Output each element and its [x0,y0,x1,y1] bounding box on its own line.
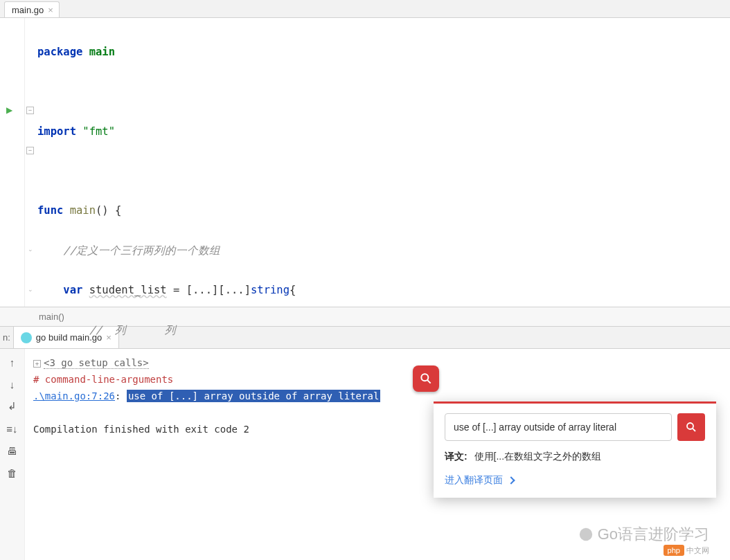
keyword-func: func [37,204,63,217]
console-toolbar: ↑ ↓ ↲ ≡↓ 🖶 🗑 [0,349,25,560]
arrow-up-icon[interactable]: ↑ [6,356,19,368]
editor-tab-main-go[interactable]: main.go × [4,1,60,17]
import-path: "fmt" [82,125,115,138]
print-icon[interactable]: 🖶 [6,444,19,457]
watermark-badge: php 中文网 [664,545,709,556]
translation-label: 译文: [445,451,470,462]
code-editor[interactable]: ▶ − − ⌄ ⌄ package main import "fmt" func… [0,18,730,307]
fold-toggle-icon[interactable]: − [26,107,34,114]
error-location-link[interactable]: .\main.go:7:26 [33,390,115,401]
line-number-gutter: ▶ [0,18,25,307]
translation-link-text: 进入翻译页面 [445,474,503,487]
svg-point-4 [579,528,591,541]
comment: // 列 列 [89,324,176,336]
chevron-right-icon [507,476,515,484]
console-setup-text: <3 go setup calls> [44,357,149,369]
translation-popup: 译文: 使用[...在数组文字之外的数组 进入翻译页面 [434,401,716,498]
translation-result: 译文: 使用[...在数组文字之外的数组 [445,451,705,463]
code-text: { [290,284,296,296]
search-icon [419,372,433,386]
translate-search-fab[interactable] [413,365,439,392]
fold-end-icon: ⌄ [26,287,34,294]
run-panel-label-text: n: [3,332,10,343]
svg-line-1 [427,380,431,383]
keyword-var: var [63,284,82,296]
type-name: string [251,284,290,296]
run-panel-label: n: [0,327,14,348]
wechat-icon [578,527,594,542]
comment: //定义一个三行两列的一个数组 [63,244,220,257]
translation-text: 使用[...在数组文字之外的数组 [474,451,602,462]
translation-search-button[interactable] [677,413,705,441]
editor-tab-label: main.go [12,5,44,15]
watermark-sub-text: 中文网 [686,546,709,554]
editor-tab-bar: main.go × [0,0,730,18]
code-text: = [...][...] [167,284,251,296]
identifier: student_list [89,284,167,296]
watermark: Go语言进阶学习 [578,524,709,545]
fold-end-icon: ⌄ [26,246,34,254]
gopher-icon [21,332,32,343]
expand-icon[interactable]: + [33,360,41,368]
trash-icon[interactable]: 🗑 [6,467,19,479]
close-icon[interactable]: × [48,5,53,15]
fold-gutter: − − ⌄ ⌄ [25,18,36,307]
translation-page-link[interactable]: 进入翻译页面 [445,474,705,487]
console-text: : [115,390,127,401]
svg-line-3 [693,428,695,431]
arrow-down-icon[interactable]: ↓ [6,378,19,390]
func-name: main [70,204,96,217]
svg-point-2 [687,423,693,429]
code-text: () { [96,204,121,217]
package-name: main [89,46,115,58]
watermark-badge-text: php [664,545,684,556]
console-line: +<3 go setup calls> [33,354,722,371]
keyword-package: package [37,46,82,58]
error-message-selected[interactable]: use of [...] array outside of array lite… [127,390,380,402]
code-content[interactable]: package main import "fmt" func main() { … [36,18,730,307]
translation-input[interactable] [445,413,672,441]
soft-wrap-icon[interactable]: ↲ [6,400,19,413]
scroll-end-icon[interactable]: ≡↓ [6,422,19,435]
search-icon [685,421,697,433]
svg-point-0 [421,374,428,381]
watermark-text: Go语言进阶学习 [598,524,709,545]
fold-toggle-icon[interactable]: − [26,147,34,154]
keyword-import: import [37,125,76,138]
run-icon[interactable]: ▶ [6,105,12,115]
console-error-header: # command-line-arguments [33,371,722,388]
